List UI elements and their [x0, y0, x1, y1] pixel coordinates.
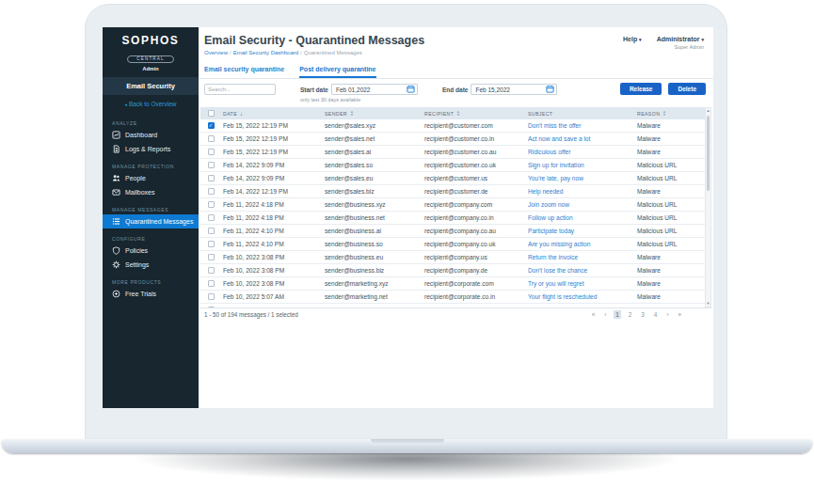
user-menu[interactable]: Administrator ▾ Super Admin [657, 36, 704, 50]
sidebar-item-label: Policies [125, 247, 148, 254]
table-row: ✓Feb 15, 2022 12:19 PMsender@sales.xyzre… [200, 119, 705, 133]
sophos-logo: SOPHOS CENTRAL Admin [103, 27, 199, 77]
column-header-recipient[interactable]: RECIPIENT [424, 110, 528, 118]
help-label: Help [623, 36, 637, 42]
delete-button[interactable]: Delete [668, 83, 706, 95]
page-number[interactable]: 2 [627, 310, 634, 319]
sidebar-item-logs-reports[interactable]: Logs & Reports [103, 142, 199, 156]
subject-link[interactable]: Participate today [528, 228, 574, 234]
row-checkbox[interactable] [208, 175, 215, 181]
tab-post-delivery-quarantine[interactable]: Post delivery quarantine [299, 66, 375, 78]
pagination-arrow[interactable]: › [664, 310, 670, 319]
row-checkbox[interactable] [208, 293, 215, 300]
main-header: Email Security - Quarantined Messages Ov… [199, 27, 713, 63]
subject-link[interactable]: You're late, pay now [528, 175, 583, 181]
cell-sender: sender@business.so [325, 241, 424, 247]
column-header-reason[interactable]: REASON [637, 110, 705, 118]
cell-date: Feb 11, 2022 4:18 PM [221, 201, 325, 208]
sidebar-item-settings[interactable]: Settings [103, 258, 199, 272]
sidebar-section-label: CONFIGURE [112, 236, 199, 242]
subject-link[interactable]: Try or you will regret [528, 280, 583, 287]
subject-link[interactable]: Help needed [528, 188, 563, 195]
table-row: Feb 10, 2022 3:08 PMsender@marketing.xyz… [200, 277, 705, 291]
cell-date: Feb 15, 2022 12:19 PM [221, 122, 325, 129]
row-checkbox[interactable] [208, 214, 215, 221]
subject-link[interactable]: Return the invoice [528, 254, 578, 260]
subject-link[interactable]: Act now and save a lot [528, 135, 590, 142]
row-checkbox[interactable] [208, 280, 215, 287]
page-number[interactable]: 3 [639, 310, 646, 319]
subject-link[interactable]: Follow up action [528, 214, 573, 221]
cell-sender: sender@sales.biz [325, 188, 424, 195]
scroll-down-icon[interactable]: ▼ [706, 301, 710, 307]
pagination-arrow[interactable]: « [590, 310, 598, 319]
mailboxes-icon [112, 188, 120, 197]
cell-subject: Don't miss the offer [528, 122, 637, 129]
row-checkbox[interactable] [208, 149, 215, 155]
page-number[interactable]: 1 [614, 310, 621, 319]
sidebar-item-dashboard[interactable]: Dashboard [103, 128, 199, 142]
subject-link[interactable]: Don't miss the offer [528, 122, 581, 129]
cell-reason: Malware [637, 254, 705, 260]
calendar-icon[interactable] [407, 85, 415, 94]
start-date-input[interactable]: Feb 01,2022 [331, 84, 418, 95]
scrollbar-thumb[interactable] [707, 116, 710, 191]
cell-reason: Malware [637, 293, 705, 300]
start-date-group: Start date Feb 01,2022 only last 30 days… [300, 84, 418, 102]
row-checkbox[interactable] [208, 254, 215, 260]
sidebar-item-label: People [125, 175, 146, 181]
subject-link[interactable]: Join zoom now [528, 201, 569, 208]
subject-link[interactable]: Ridiculous offer [528, 149, 570, 155]
sidebar-item-quarantined-messages[interactable]: Quarantined Messages [103, 214, 199, 228]
row-checkbox[interactable] [208, 188, 215, 195]
breadcrumb-item[interactable]: Overview [204, 50, 228, 55]
row-checkbox[interactable] [208, 135, 215, 142]
page-number[interactable]: 4 [652, 310, 660, 319]
scroll-up-icon[interactable]: ▲ [706, 108, 710, 114]
row-checkbox[interactable] [208, 241, 215, 247]
sidebar-item-label: Logs & Reports [125, 146, 170, 152]
row-checkbox[interactable] [208, 267, 215, 274]
row-checkbox[interactable] [208, 201, 215, 208]
help-menu[interactable]: Help ▾ [623, 36, 642, 42]
search-input[interactable] [204, 84, 276, 95]
pagination-arrow[interactable]: » [676, 310, 683, 319]
sidebar-item-people[interactable]: People [103, 171, 199, 185]
subject-link[interactable]: Don't lose the chance [528, 267, 587, 274]
row-checkbox-cell [200, 228, 221, 234]
results-summary: 1 - 50 of 194 messages / 1 selected [204, 311, 298, 318]
sidebar-item-free-trials[interactable]: Free Trials [103, 287, 199, 301]
column-header-sender[interactable]: SENDER [325, 110, 424, 118]
column-header-subject[interactable]: SUBJECT [528, 111, 637, 117]
row-checkbox[interactable] [208, 228, 215, 234]
table-row: Feb 15, 2022 12:19 PMsender@sales.aireci… [200, 146, 705, 159]
calendar-icon[interactable] [546, 85, 554, 94]
cell-reason: Malicious URL [637, 228, 705, 234]
pagination-arrow[interactable]: ‹ [602, 310, 608, 319]
end-date-input[interactable]: Feb 15,2022 [471, 84, 557, 95]
people-icon [112, 174, 120, 182]
vertical-scrollbar[interactable]: ▲ ▼ [705, 107, 711, 307]
subject-link[interactable]: Are you missing action [528, 241, 590, 247]
cell-reason: Malware [637, 267, 705, 274]
sidebar-item-policies[interactable]: Policies [103, 244, 199, 258]
cell-date: Feb 15, 2022 12:19 PM [221, 149, 325, 155]
cell-sender: sender@business.eu [325, 254, 424, 260]
sidebar-item-mailboxes[interactable]: Mailboxes [103, 185, 199, 199]
cell-subject: Act now and save a lot [528, 135, 637, 142]
release-button[interactable]: Release [620, 83, 662, 95]
subject-link[interactable]: Sign up for invitation [528, 162, 584, 168]
back-caret-icon: ◂ [124, 102, 127, 107]
row-checkbox[interactable] [208, 162, 215, 168]
select-all-checkbox[interactable] [208, 110, 215, 117]
column-label: DATE [223, 111, 237, 117]
table-row: Feb 15, 2022 12:19 PMsender@sales.netrec… [200, 133, 705, 146]
tab-email-security-quarantine[interactable]: Email security quarantine [204, 66, 284, 78]
back-to-overview-link[interactable]: ◂Back to Overview [103, 95, 199, 113]
breadcrumb-item[interactable]: Email Security Dashboard [233, 50, 298, 55]
row-checkbox[interactable]: ✓ [208, 122, 215, 129]
subject-link[interactable]: Your flight is rescheduled [528, 293, 597, 300]
column-header-date[interactable]: DATE↓ [221, 111, 325, 117]
table-row: Feb 10, 2022 3:08 PMsender@business.bizr… [200, 264, 705, 277]
cell-sender: sender@sales.ai [325, 149, 424, 155]
